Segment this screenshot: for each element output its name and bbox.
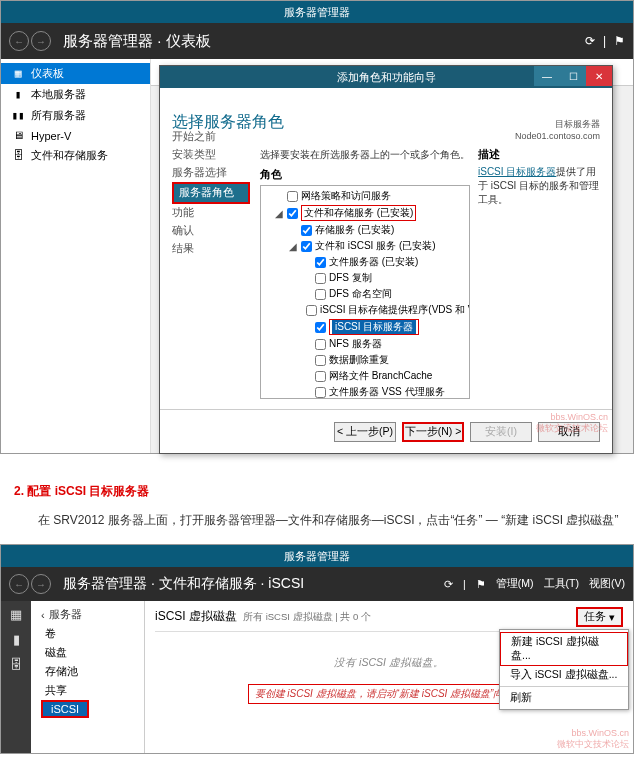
back-icon[interactable]: ← bbox=[9, 574, 29, 594]
refresh-icon[interactable]: ⟳ bbox=[444, 578, 453, 590]
doc-paragraph-1: 在 SRV2012 服务器上面，打开服务器管理器—文件和存储服务—iSCSI，点… bbox=[14, 511, 620, 530]
tree-checkbox[interactable] bbox=[315, 339, 326, 350]
sidebar-label: Hyper-V bbox=[31, 130, 71, 142]
context-menu-item[interactable]: 导入 iSCSI 虚拟磁盘... bbox=[500, 666, 628, 684]
sidebar: ‹ 服务器 卷磁盘存储池共享iSCSI bbox=[31, 601, 145, 753]
main-panel: iSCSI 虚拟磁盘 所有 iSCSI 虚拟磁盘 | 共 0 个 任务 ▾ 没有… bbox=[145, 601, 633, 753]
tree-checkbox[interactable] bbox=[315, 355, 326, 366]
flag-icon[interactable]: ⚑ bbox=[614, 34, 625, 48]
tree-row[interactable]: 文件服务器 (已安装) bbox=[261, 254, 469, 270]
maximize-button[interactable]: ☐ bbox=[560, 66, 586, 86]
disks-icon[interactable]: 🗄 bbox=[10, 657, 23, 672]
flag-icon[interactable]: ⚑ bbox=[476, 578, 486, 590]
install-button: 安装(I) bbox=[470, 422, 532, 442]
header-menu: ⟳ | ⚑ 管理(M)工具(T)视图(V) bbox=[444, 577, 625, 591]
tasks-context-menu: 新建 iSCSI 虚拟磁盘...导入 iSCSI 虚拟磁盘...刷新 bbox=[499, 629, 629, 710]
tasks-button[interactable]: 任务 ▾ bbox=[576, 607, 623, 627]
refresh-icon[interactable]: ⟳ bbox=[585, 34, 595, 48]
desc-link[interactable]: iSCSI 目标服务器 bbox=[478, 166, 556, 177]
sidebar-heading[interactable]: ‹ 服务器 bbox=[31, 605, 144, 624]
main-area: 欢迎使用服务器管理器 添加角色和功能向导 — ☐ ✕ 选择服务器角色 目标服务器… bbox=[151, 59, 633, 453]
sidebar-icon: 🗄 bbox=[11, 149, 25, 162]
sidebar-item[interactable]: 🗄文件和存储服务 bbox=[1, 145, 150, 166]
wizard-instruction: 选择要安装在所选服务器上的一个或多个角色。 bbox=[260, 148, 470, 162]
context-menu-item[interactable]: 刷新 bbox=[500, 689, 628, 707]
menu-item[interactable]: 管理(M) bbox=[496, 577, 534, 591]
wizard-title-bar: 添加角色和功能向导 — ☐ ✕ bbox=[160, 66, 612, 88]
tree-checkbox[interactable] bbox=[301, 241, 312, 252]
tree-row[interactable]: DFS 命名空间 bbox=[261, 286, 469, 302]
expander-icon[interactable]: ◢ bbox=[275, 208, 284, 219]
wizard-destination: 目标服务器 Node01.contoso.com bbox=[515, 118, 600, 141]
tree-checkbox[interactable] bbox=[287, 191, 298, 202]
wizard-step[interactable]: 功能 bbox=[172, 204, 250, 222]
tree-label: 文件和存储服务 (已安装) bbox=[301, 205, 416, 221]
desc-label: 描述 bbox=[478, 148, 602, 162]
tree-checkbox[interactable] bbox=[306, 305, 317, 316]
document-section: 2. 配置 iSCSI 目标服务器 在 SRV2012 服务器上面，打开服务器管… bbox=[0, 454, 634, 544]
tree-checkbox[interactable] bbox=[301, 225, 312, 236]
sidebar-item[interactable]: iSCSI bbox=[41, 700, 89, 718]
sidebar-item[interactable]: 🖥Hyper-V bbox=[1, 126, 150, 145]
tree-row[interactable]: NFS 服务器 bbox=[261, 336, 469, 352]
sidebar-item[interactable]: 存储池 bbox=[31, 662, 144, 681]
sidebar-item[interactable]: ▮▮所有服务器 bbox=[1, 105, 150, 126]
wizard-step[interactable]: 安装类型 bbox=[172, 146, 250, 164]
prev-button[interactable]: < 上一步(P) bbox=[334, 422, 396, 442]
tree-checkbox[interactable] bbox=[315, 273, 326, 284]
tree-row[interactable]: 网络文件 BranchCache bbox=[261, 368, 469, 384]
title-bar: 服务器管理器 bbox=[1, 545, 633, 567]
menu-item[interactable]: 工具(T) bbox=[544, 577, 579, 591]
forward-icon[interactable]: → bbox=[31, 31, 51, 51]
tree-row[interactable]: DFS 复制 bbox=[261, 270, 469, 286]
wizard-step[interactable]: 确认 bbox=[172, 222, 250, 240]
tree-checkbox[interactable] bbox=[287, 208, 298, 219]
tree-row[interactable]: 数据删除重复 bbox=[261, 352, 469, 368]
wizard-footer: < 上一步(P) 下一步(N) > 安装(I) 取消 bbox=[160, 409, 612, 453]
title-bar: 服务器管理器 bbox=[1, 1, 633, 23]
close-button[interactable]: ✕ bbox=[586, 66, 612, 86]
sidebar-label: 所有服务器 bbox=[31, 108, 86, 123]
minimize-button[interactable]: — bbox=[534, 66, 560, 86]
tree-row[interactable]: 文件服务器 VSS 代理服务 bbox=[261, 384, 469, 399]
tree-checkbox[interactable] bbox=[315, 289, 326, 300]
sidebar-item[interactable]: 卷 bbox=[31, 624, 144, 643]
forward-icon[interactable]: → bbox=[31, 574, 51, 594]
servers-icon[interactable]: ▦ bbox=[10, 607, 22, 622]
tree-checkbox[interactable] bbox=[315, 371, 326, 382]
cancel-button[interactable]: 取消 bbox=[538, 422, 600, 442]
menu-item[interactable]: 视图(V) bbox=[589, 577, 625, 591]
sidebar-item[interactable]: 共享 bbox=[31, 681, 144, 700]
tree-row[interactable]: iSCSI 目标存储提供程序(VDS 和 VSS 硬件… bbox=[261, 302, 469, 318]
tree-label: DFS 复制 bbox=[329, 271, 372, 285]
wizard-step[interactable]: 结果 bbox=[172, 240, 250, 258]
wizard-step[interactable]: 服务器选择 bbox=[172, 164, 250, 182]
tree-label: 文件服务器 (已安装) bbox=[329, 255, 418, 269]
context-menu-item[interactable]: 新建 iSCSI 虚拟磁盘... bbox=[500, 632, 628, 666]
volumes-icon[interactable]: ▮ bbox=[13, 632, 20, 647]
tree-checkbox[interactable] bbox=[315, 387, 326, 398]
tree-label: iSCSI 目标服务器 bbox=[329, 319, 419, 335]
tree-checkbox[interactable] bbox=[315, 257, 326, 268]
sidebar-icon: ▦ bbox=[11, 67, 25, 80]
sidebar-item[interactable]: 磁盘 bbox=[31, 643, 144, 662]
sidebar-item[interactable]: ▦仪表板 bbox=[1, 63, 150, 84]
tree-label: 存储服务 (已安装) bbox=[315, 223, 394, 237]
hint-link[interactable]: 要创建 iSCSI 虚拟磁盘，请启动“新建 iSCSI 虚拟磁盘”向导。 bbox=[248, 684, 531, 704]
tree-row[interactable]: ◢文件和存储服务 (已安装) bbox=[261, 204, 469, 222]
header-title: 服务器管理器 · 仪表板 bbox=[63, 32, 211, 51]
chevron-left-icon: ‹ bbox=[41, 609, 45, 621]
next-button[interactable]: 下一步(N) > bbox=[402, 422, 464, 442]
tree-row[interactable]: ◢文件和 iSCSI 服务 (已安装) bbox=[261, 238, 469, 254]
sidebar-item[interactable]: ▮本地服务器 bbox=[1, 84, 150, 105]
chevron-down-icon: ▾ bbox=[609, 611, 615, 623]
tree-row[interactable]: iSCSI 目标服务器 bbox=[261, 318, 469, 336]
wizard-step[interactable]: 服务器角色 bbox=[172, 182, 250, 204]
roles-tree[interactable]: 网络策略和访问服务◢文件和存储服务 (已安装)存储服务 (已安装)◢文件和 iS… bbox=[260, 185, 470, 399]
tree-label: DFS 命名空间 bbox=[329, 287, 392, 301]
tree-row[interactable]: 存储服务 (已安装) bbox=[261, 222, 469, 238]
tree-checkbox[interactable] bbox=[315, 322, 326, 333]
back-icon[interactable]: ← bbox=[9, 31, 29, 51]
tree-row[interactable]: 网络策略和访问服务 bbox=[261, 188, 469, 204]
expander-icon[interactable]: ◢ bbox=[289, 241, 298, 252]
